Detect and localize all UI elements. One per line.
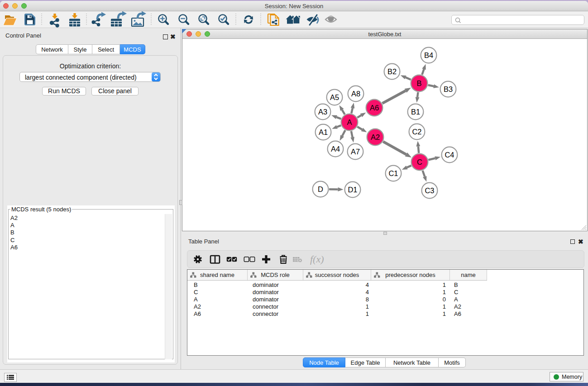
svg-text:C1: C1 <box>388 169 398 177</box>
svg-text:B4: B4 <box>424 51 433 59</box>
svg-text:B3: B3 <box>444 85 453 93</box>
svg-text:A3: A3 <box>318 108 327 116</box>
svg-text:C4: C4 <box>445 151 454 159</box>
svg-text:A4: A4 <box>331 145 340 153</box>
svg-text:f(x): f(x) <box>310 253 324 265</box>
svg-text:A: A <box>347 118 352 126</box>
svg-text:A6: A6 <box>370 104 379 112</box>
svg-text:D1: D1 <box>348 186 357 194</box>
svg-text:A5: A5 <box>330 93 339 101</box>
svg-text:C: C <box>417 158 422 166</box>
svg-text:C2: C2 <box>412 128 421 136</box>
svg-text:D: D <box>318 185 323 193</box>
svg-text:A8: A8 <box>351 90 360 98</box>
svg-text:A2: A2 <box>371 133 380 141</box>
svg-text:C3: C3 <box>425 186 434 195</box>
svg-text:B1: B1 <box>411 108 420 116</box>
svg-text:B2: B2 <box>387 67 397 76</box>
svg-text:A7: A7 <box>351 148 360 156</box>
svg-text:B: B <box>416 79 421 87</box>
svg-text:A1: A1 <box>319 128 328 136</box>
